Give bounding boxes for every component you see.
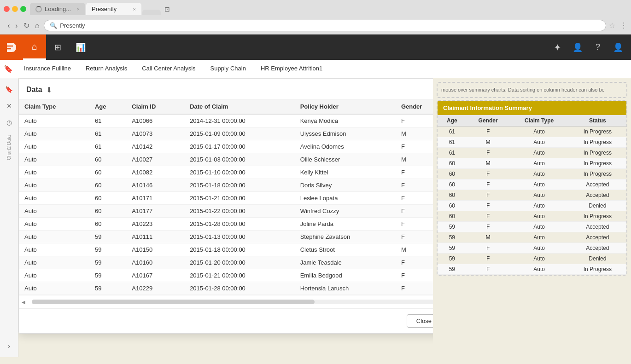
home-nav-button[interactable]: ⌂ <box>23 35 46 60</box>
table-cell: 2015-01-20 00:00:00 <box>184 256 295 269</box>
horizontal-scrollbar[interactable] <box>32 300 436 304</box>
table-header-cell[interactable]: Claim ID <box>126 99 184 114</box>
table-cell: 59 <box>89 256 126 269</box>
home-button[interactable]: ⌂ <box>33 21 41 31</box>
table-cell: Joline Parda <box>295 218 396 231</box>
table-header-cell[interactable]: Date of Claim <box>184 99 295 114</box>
summary-cell: 60 <box>438 179 467 190</box>
tab-close-loading[interactable]: × <box>77 6 80 12</box>
sidebar-close-icon[interactable]: ✕ <box>2 98 17 113</box>
table-cell: 2014-12-31 00:00:00 <box>184 114 295 127</box>
share-button[interactable]: 👤 <box>568 35 587 60</box>
summary-cell: Auto <box>510 127 569 137</box>
data-table-wrapper[interactable]: Claim TypeAgeClaim IDDate of ClaimPolicy… <box>19 99 449 295</box>
sidebar-bookmark-icon[interactable]: 🔖 <box>2 82 17 97</box>
table-row: Auto60A102232015-01-28 00:00:00Joline Pa… <box>19 218 449 231</box>
download-icon[interactable]: ⬇ <box>46 86 52 94</box>
summary-row: 60MAutoIn Progress <box>438 158 626 169</box>
summary-row: 59MAutoAccepted <box>438 232 626 243</box>
reload-button[interactable]: ↻ <box>22 20 31 31</box>
table-cell: 60 <box>89 218 126 231</box>
summary-cell: 59 <box>438 264 467 275</box>
table-cell: Auto <box>19 231 89 243</box>
loading-spinner <box>35 6 42 12</box>
sparkle-button[interactable]: ✦ <box>548 35 567 60</box>
status-badge: In Progress <box>569 211 626 222</box>
tab-hr-employee-attrition[interactable]: HR Employee Attrition1 <box>253 60 330 78</box>
sidebar-history-icon[interactable]: ◷ <box>2 115 17 130</box>
second-nav: 🔖 Insurance Fullline Return Analysis Cal… <box>0 60 631 78</box>
logo-icon <box>5 40 18 54</box>
table-cell: 59 <box>89 231 126 243</box>
status-badge: Accepted <box>569 190 626 201</box>
minimize-window-button[interactable] <box>12 6 18 12</box>
table-cell: A10073 <box>126 127 184 140</box>
table-row: Auto59A101602015-01-20 00:00:00Jamie Tea… <box>19 256 449 269</box>
table-row: Auto59A101502015-01-18 00:00:00Cletus St… <box>19 243 449 256</box>
restore-icon[interactable]: ⊡ <box>164 6 170 13</box>
url-text: Presently <box>60 22 85 29</box>
table-header-cell[interactable]: Claim Type <box>19 99 89 114</box>
summary-cell: M <box>467 232 510 243</box>
reports-icon: 📊 <box>76 42 86 52</box>
table-cell: Kelly Kittel <box>295 166 396 179</box>
user-profile-button[interactable]: 👤 <box>609 35 627 60</box>
table-cell: Jamie Teasdale <box>295 256 396 269</box>
tab-loading[interactable]: Loading... × <box>30 3 85 15</box>
summary-row: 60FAutoAccepted <box>438 190 626 201</box>
url-bar[interactable]: 🔍 Presently <box>44 20 606 31</box>
table-cell: 61 <box>89 114 126 127</box>
help-button[interactable]: ? <box>589 35 607 60</box>
table-cell: Auto <box>19 243 89 256</box>
table-row: Auto60A100272015-01-03 00:00:00Ollie Sch… <box>19 153 449 166</box>
reports-nav-button[interactable]: 📊 <box>69 35 92 60</box>
close-window-button[interactable] <box>4 6 10 12</box>
back-button[interactable]: ‹ <box>6 21 12 31</box>
dialog-container: Data ⬇ × Claim TypeAgeClaim IDDate of Cl… <box>18 78 631 357</box>
table-row: Auto61A100732015-01-09 00:00:00Ulysses E… <box>19 127 449 140</box>
bookmark-star-icon[interactable]: ☆ <box>609 21 615 30</box>
maximize-window-button[interactable] <box>20 6 26 12</box>
summary-cell: Auto <box>510 211 569 222</box>
table-cell: A10229 <box>126 282 184 295</box>
table-cell: 60 <box>89 179 126 192</box>
table-cell: Stephine Zavatson <box>295 231 396 243</box>
tab-close-presently[interactable]: × <box>133 6 136 12</box>
tab-supply-chain[interactable]: Supply Chain <box>203 60 253 78</box>
tab-return-analysis[interactable]: Return Analysis <box>78 60 134 78</box>
table-header-cell[interactable]: Policy Holder <box>295 99 396 114</box>
summary-cell: F <box>467 264 510 275</box>
summary-cell: Auto <box>510 201 569 211</box>
tab-new[interactable] <box>142 10 161 15</box>
tab-insurance-fullline[interactable]: Insurance Fullline <box>17 60 78 78</box>
tab-call-center-analysis[interactable]: Call Center Analysis <box>134 60 203 78</box>
browser-menu-icon[interactable]: ⋮ <box>620 21 627 30</box>
tab-presently[interactable]: Presently × <box>86 3 141 15</box>
sidebar-chart-label: Chart2 Data <box>6 135 12 160</box>
forward-button[interactable]: › <box>13 21 19 31</box>
table-header-row: Claim TypeAgeClaim IDDate of ClaimPolicy… <box>19 99 449 114</box>
table-cell: Avelina Odomes <box>295 140 396 153</box>
horizontal-scrollbar-row: ◀ ▶ <box>19 295 449 308</box>
table-cell: Auto <box>19 153 89 166</box>
summary-cell: F <box>467 254 510 264</box>
table-cell: 2015-01-13 00:00:00 <box>184 231 295 243</box>
summary-cell: Auto <box>510 137 569 148</box>
summary-row: 59FAutoDenied <box>438 254 626 264</box>
table-row: Auto60A101712015-01-21 00:00:00Leslee Lo… <box>19 192 449 205</box>
scroll-left-button[interactable]: ◀ <box>19 297 28 306</box>
summary-table-body: 61FAutoIn Progress61MAutoIn Progress61FA… <box>438 127 626 275</box>
sidebar-expand-icon[interactable]: › <box>2 339 17 353</box>
summary-table-container: Claimant Information Summary AgeGenderCl… <box>437 100 627 276</box>
summary-cell: 59 <box>438 222 467 232</box>
table-body: Auto61A100662014-12-31 00:00:00Kenya Mod… <box>19 114 449 295</box>
summary-table: AgeGenderClaim TypeStatus 61FAutoIn Prog… <box>438 115 626 275</box>
table-row: Auto59A101672015-01-21 00:00:00Emilia Be… <box>19 269 449 282</box>
table-cell: A10160 <box>126 256 184 269</box>
table-cell: 60 <box>89 153 126 166</box>
left-sidebar: 🔖 ✕ ◷ Chart2 Data › <box>0 78 18 357</box>
dashboard-nav-button[interactable]: ⊞ <box>46 35 69 60</box>
summary-cell: Auto <box>510 179 569 190</box>
table-cell: 2015-01-17 00:00:00 <box>184 140 295 153</box>
table-header-cell[interactable]: Age <box>89 99 126 114</box>
